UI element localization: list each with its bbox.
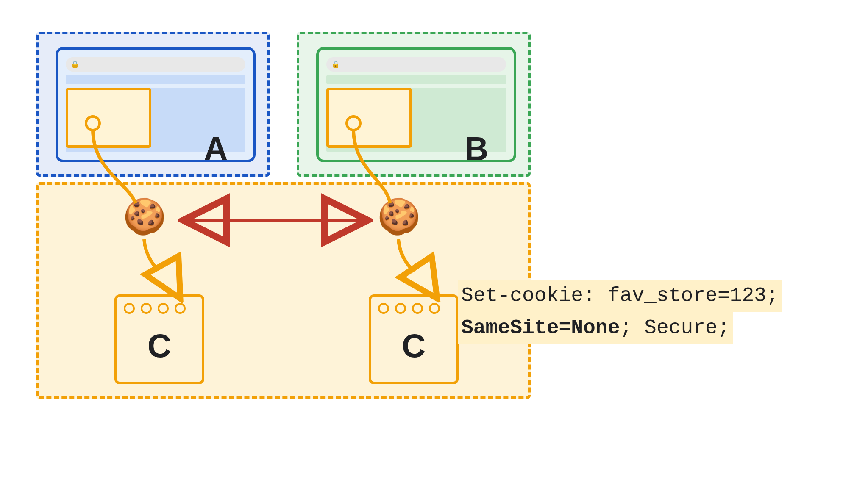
iframe-origin-dot-a (85, 115, 101, 131)
site-b-box: 🔒 B (297, 32, 531, 177)
toolbar-strip (326, 75, 506, 84)
lock-icon: 🔒 (331, 60, 340, 68)
site-b-label: B (465, 130, 488, 168)
url-bar: 🔒 (326, 57, 506, 72)
url-bar: 🔒 (66, 57, 245, 72)
cookie-icon: 🍪 (123, 199, 166, 234)
window-dots-icon (124, 303, 186, 314)
site-a-box: 🔒 A (36, 32, 270, 177)
storage-window-c-right: C (369, 294, 459, 384)
window-dots-icon (378, 303, 440, 314)
site-a-label: A (204, 130, 228, 168)
cookie-icon: 🍪 (377, 199, 420, 234)
storage-label-c: C (371, 327, 456, 365)
toolbar-strip (66, 75, 245, 84)
set-cookie-header: Set-cookie: fav_store=123; SameSite=None… (458, 280, 782, 344)
storage-label-c: C (117, 327, 202, 365)
lock-icon: 🔒 (71, 60, 79, 68)
iframe-origin-dot-b (345, 115, 362, 131)
storage-window-c-left: C (114, 294, 204, 384)
embedded-iframe-a (66, 88, 151, 148)
code-line-1: Set-cookie: fav_store=123; (458, 280, 782, 312)
code-line-2: SameSite=None; Secure; (458, 312, 733, 344)
embedded-iframe-b (326, 88, 412, 148)
